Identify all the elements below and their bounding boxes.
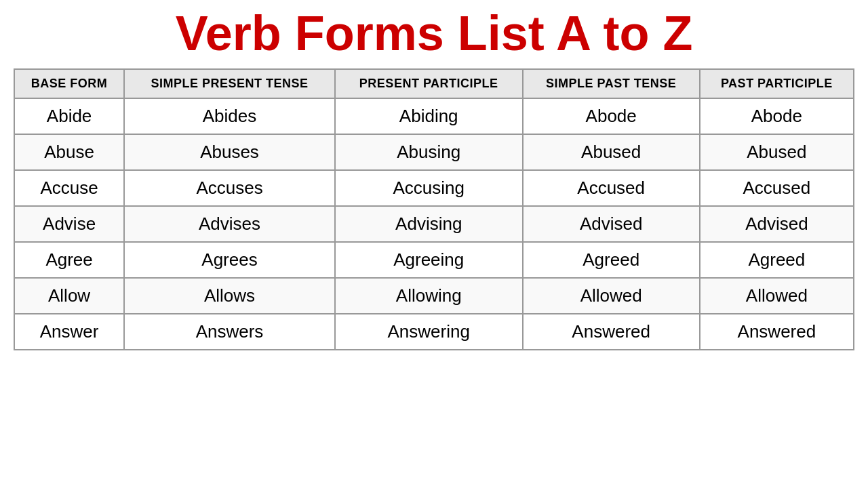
table-cell-4-0: Agree [14,242,124,278]
table-cell-0-1: Abides [124,98,335,134]
table-cell-0-0: Abide [14,98,124,134]
table-header-row: BASE FORMSIMPLE PRESENT TENSEPRESENT PAR… [14,69,854,98]
table-row: AbuseAbusesAbusingAbusedAbused [14,134,854,170]
table-cell-6-4: Answered [700,314,854,350]
table-row: AnswerAnswersAnsweringAnsweredAnswered [14,314,854,350]
table-cell-6-1: Answers [124,314,335,350]
table-cell-6-2: Answering [335,314,523,350]
table-cell-1-0: Abuse [14,134,124,170]
column-header-3: SIMPLE PAST TENSE [523,69,700,98]
table-cell-5-0: Allow [14,278,124,314]
table-cell-3-4: Advised [700,206,854,242]
verb-forms-table: BASE FORMSIMPLE PRESENT TENSEPRESENT PAR… [14,68,854,350]
table-cell-2-4: Accused [700,170,854,206]
table-row: AgreeAgreesAgreeingAgreedAgreed [14,242,854,278]
table-cell-2-0: Accuse [14,170,124,206]
table-cell-0-4: Abode [700,98,854,134]
table-body: AbideAbidesAbidingAbodeAbodeAbuseAbusesA… [14,98,854,350]
table-row: AdviseAdvisesAdvisingAdvisedAdvised [14,206,854,242]
verb-table-wrapper: BASE FORMSIMPLE PRESENT TENSEPRESENT PAR… [14,68,854,350]
table-cell-4-1: Agrees [124,242,335,278]
column-header-0: BASE FORM [14,69,124,98]
table-row: AllowAllowsAllowingAllowedAllowed [14,278,854,314]
table-cell-5-4: Allowed [700,278,854,314]
table-cell-3-2: Advising [335,206,523,242]
table-cell-5-2: Allowing [335,278,523,314]
column-header-1: SIMPLE PRESENT TENSE [124,69,335,98]
table-cell-1-4: Abused [700,134,854,170]
table-cell-0-2: Abiding [335,98,523,134]
table-cell-6-0: Answer [14,314,124,350]
table-row: AbideAbidesAbidingAbodeAbode [14,98,854,134]
table-cell-5-3: Allowed [523,278,700,314]
table-row: AccuseAccusesAccusingAccusedAccused [14,170,854,206]
column-header-2: PRESENT PARTICIPLE [335,69,523,98]
table-cell-4-3: Agreed [523,242,700,278]
table-cell-3-1: Advises [124,206,335,242]
table-cell-2-2: Accusing [335,170,523,206]
table-cell-2-3: Accused [523,170,700,206]
table-cell-3-3: Advised [523,206,700,242]
column-header-4: PAST PARTICIPLE [700,69,854,98]
table-cell-1-3: Abused [523,134,700,170]
table-cell-2-1: Accuses [124,170,335,206]
table-cell-5-1: Allows [124,278,335,314]
table-cell-4-4: Agreed [700,242,854,278]
table-cell-0-3: Abode [523,98,700,134]
table-cell-4-2: Agreeing [335,242,523,278]
table-cell-3-0: Advise [14,206,124,242]
table-cell-1-2: Abusing [335,134,523,170]
table-cell-6-3: Answered [523,314,700,350]
table-cell-1-1: Abuses [124,134,335,170]
page-title: Verb Forms List A to Z [176,7,693,60]
